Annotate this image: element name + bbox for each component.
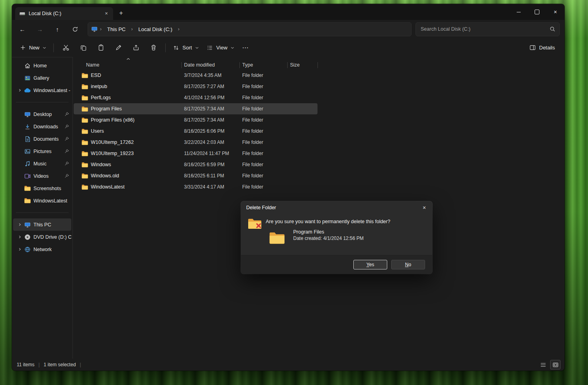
sidebar-item-documents[interactable]: Documents: [13, 133, 71, 145]
dialog-item-name: Program Files: [293, 229, 324, 235]
file-modified: 8/16/2025 6:06 PM: [181, 128, 239, 134]
status-divider: |: [38, 362, 39, 367]
toolbar-separator: [165, 43, 166, 52]
column-separator[interactable]: [287, 62, 288, 68]
search-input[interactable]: [420, 26, 547, 32]
table-row[interactable]: Windows.old 8/16/2025 6:11 PM File folde…: [74, 170, 318, 181]
chevron-down-icon: [231, 47, 234, 49]
refresh-button[interactable]: [66, 23, 84, 35]
sort-button-label: Sort: [182, 45, 192, 51]
sidebar-item-desktop[interactable]: Desktop: [13, 108, 71, 120]
new-tab-button[interactable]: +: [116, 8, 127, 19]
expand-chevron-icon[interactable]: [16, 248, 24, 251]
expand-chevron-icon[interactable]: [16, 223, 24, 226]
command-bar: New Sort: [12, 38, 564, 57]
tab-bar: Local Disk (C:) × + ×: [12, 4, 564, 20]
sidebar-item-label: Videos: [33, 173, 65, 179]
folder-icon: [24, 186, 31, 191]
file-type: File folder: [239, 184, 287, 190]
table-row[interactable]: inetpub 8/17/2025 7:27 AM File folder: [74, 81, 318, 92]
status-bar: 11 items | 1 item selected |: [12, 359, 564, 371]
sidebar-item-gallery[interactable]: Gallery: [13, 72, 71, 84]
selection-count: 1 item selected: [44, 362, 76, 367]
no-button[interactable]: No: [391, 260, 425, 269]
table-row[interactable]: WindowsLatest 3/31/2024 4:17 AM File fol…: [74, 181, 318, 192]
table-row[interactable]: Program Files (x86) 8/17/2025 7:34 AM Fi…: [74, 114, 318, 126]
sidebar-item-this-pc[interactable]: This PC: [13, 218, 71, 231]
maximize-button[interactable]: [528, 4, 546, 20]
file-type: File folder: [239, 117, 287, 123]
sidebar-item-onedrive[interactable]: WindowsLatest - Pe: [13, 84, 71, 96]
share-button[interactable]: [127, 41, 144, 55]
close-button[interactable]: ×: [546, 4, 564, 20]
sidebar-item-label: Screenshots: [33, 186, 71, 191]
desktop-icon: [24, 111, 31, 118]
tab-close-icon[interactable]: ×: [103, 10, 110, 17]
folder-icon: [24, 198, 31, 203]
table-row[interactable]: W10UItemp_19223 11/24/2024 11:47 PM File…: [74, 148, 318, 159]
delete-button[interactable]: [145, 41, 162, 55]
details-view-button[interactable]: [538, 360, 548, 369]
breadcrumb-this-pc[interactable]: This PC: [104, 25, 129, 33]
column-separator[interactable]: [181, 62, 182, 68]
column-header-size[interactable]: Size: [287, 62, 318, 68]
sidebar-item-pictures[interactable]: Pictures: [13, 145, 71, 157]
table-row[interactable]: W10UItemp_17262 3/22/2024 2:03 AM File f…: [74, 137, 318, 148]
sidebar-item-downloads[interactable]: Downloads: [13, 120, 71, 133]
sidebar-separator: [16, 212, 69, 213]
file-name: Windows: [91, 162, 111, 167]
details-pane-button[interactable]: Details: [525, 42, 559, 53]
forward-button[interactable]: →: [31, 23, 49, 35]
address-bar[interactable]: › This PC › Local Disk (C:) ›: [88, 22, 412, 36]
sidebar-item-windowslatest[interactable]: WindowsLatest: [13, 194, 71, 207]
column-separator[interactable]: [239, 62, 240, 68]
table-row[interactable]: PerfLogs 4/1/2024 12:56 PM File folder: [74, 92, 318, 103]
column-separator[interactable]: [318, 62, 318, 68]
table-row[interactable]: ESD 3/7/2024 4:35 AM File folder: [74, 70, 318, 81]
file-name: W10UItemp_17262: [91, 139, 134, 145]
sort-ascending-icon: [126, 58, 130, 60]
new-button[interactable]: New: [16, 42, 50, 53]
folder-icon: [269, 232, 286, 245]
file-modified: 8/17/2025 7:34 AM: [181, 106, 239, 112]
sort-button[interactable]: Sort: [169, 42, 203, 54]
view-button[interactable]: View: [203, 42, 238, 54]
folder-icon: [82, 73, 88, 78]
tab-local-disk-c[interactable]: Local Disk (C:) ×: [15, 7, 113, 20]
column-header-name[interactable]: Name: [74, 62, 181, 68]
search-icon[interactable]: [550, 26, 555, 32]
expand-chevron-icon[interactable]: [16, 235, 24, 239]
folder-icon: [82, 118, 88, 123]
table-row[interactable]: Windows 8/16/2025 6:59 PM File folder: [74, 159, 318, 170]
see-more-button[interactable]: ⋯: [238, 42, 253, 53]
sidebar-item-dvd-drive[interactable]: DVD Drive (D:) CCC: [13, 231, 71, 243]
breadcrumb-local-disk[interactable]: Local Disk (C:): [135, 25, 175, 33]
yes-button[interactable]: Yes: [353, 260, 387, 269]
paste-button[interactable]: [92, 41, 109, 55]
sidebar-item-music[interactable]: Music: [13, 157, 71, 170]
minimize-button[interactable]: [510, 4, 528, 20]
documents-icon: [24, 136, 31, 142]
column-header-type[interactable]: Type: [239, 62, 287, 68]
dialog-close-icon[interactable]: ×: [420, 204, 429, 212]
cut-button[interactable]: [57, 41, 74, 55]
table-row[interactable]: Users 8/16/2025 6:06 PM File folder: [74, 126, 318, 137]
up-button[interactable]: ↑: [49, 23, 66, 35]
details-pane-icon: [529, 45, 536, 51]
folder-icon: [82, 185, 88, 190]
table-row-selected[interactable]: Program Files 8/17/2025 7:34 AM File fol…: [74, 103, 318, 114]
chevron-down-icon: [195, 47, 199, 49]
back-button[interactable]: ←: [14, 23, 31, 35]
downloads-icon: [24, 124, 31, 130]
column-header-modified[interactable]: Date modified: [181, 62, 239, 68]
rename-button[interactable]: [110, 41, 127, 55]
expand-chevron-icon[interactable]: [16, 88, 24, 92]
file-modified: 11/24/2024 11:47 PM: [181, 151, 239, 156]
large-icons-view-button[interactable]: [550, 360, 561, 369]
copy-button[interactable]: [75, 41, 92, 55]
sidebar-item-videos[interactable]: Videos: [13, 170, 71, 182]
sidebar-item-network[interactable]: Network: [13, 243, 71, 255]
sidebar-item-home[interactable]: Home: [13, 59, 71, 72]
file-type: File folder: [239, 151, 287, 156]
sidebar-item-screenshots[interactable]: Screenshots: [13, 182, 71, 194]
